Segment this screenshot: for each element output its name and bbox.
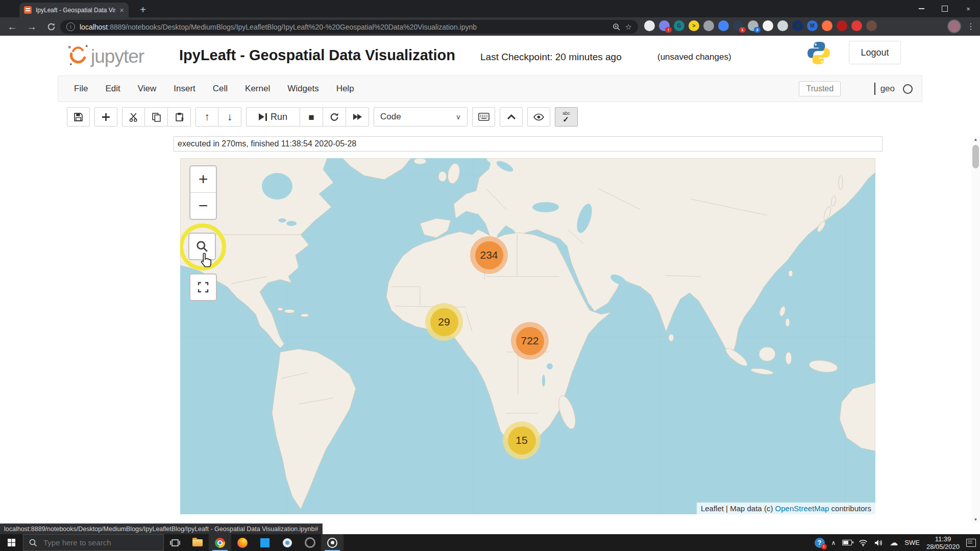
zoom-out-button[interactable]: − <box>190 192 216 219</box>
marker-cluster[interactable]: 234 <box>470 236 508 274</box>
extension-icon[interactable] <box>777 20 788 31</box>
add-cell-button[interactable] <box>94 107 117 127</box>
menu-insert[interactable]: Insert <box>165 80 204 98</box>
browser-menu-button[interactable]: ⋮ <box>967 21 975 31</box>
hide-output-button[interactable] <box>527 107 550 127</box>
new-tab-button[interactable]: + <box>136 3 150 17</box>
paste-cell-button[interactable] <box>168 107 191 127</box>
move-cell-down-button[interactable]: ↓ <box>218 107 241 127</box>
command-palette-button[interactable] <box>472 107 495 127</box>
extension-icon[interactable]: > <box>689 20 699 31</box>
volume-icon[interactable] <box>874 539 883 546</box>
menu-file[interactable]: File <box>65 80 96 98</box>
app-ring-button[interactable] <box>299 534 321 551</box>
menu-help[interactable]: Help <box>328 80 363 98</box>
extension-icon[interactable] <box>866 20 877 31</box>
notebook-toolbar: ↑ ↓ Run ■ Code ∨ <box>67 107 578 127</box>
screen-recorder-button[interactable] <box>321 534 344 551</box>
extension-icon[interactable]: ! <box>659 20 670 31</box>
extension-icon[interactable] <box>851 20 862 31</box>
extension-icon[interactable]: M <box>807 20 818 31</box>
leaflet-map[interactable]: + − 234 29 722 15 Leaflet | Map data ( <box>180 158 875 514</box>
extension-icon[interactable] <box>718 20 729 31</box>
extension-icon[interactable]: G <box>674 20 684 31</box>
firefox-button[interactable] <box>231 534 254 551</box>
marker-cluster[interactable]: 29 <box>425 303 463 341</box>
save-button[interactable] <box>67 107 90 127</box>
zoom-in-button[interactable]: + <box>190 166 216 192</box>
window-maximize-button[interactable] <box>933 0 957 17</box>
extension-icon[interactable]: 3 <box>748 20 758 31</box>
taskbar-search-box[interactable] <box>23 534 164 551</box>
back-button[interactable]: ← <box>5 20 19 33</box>
language-indicator[interactable]: SWE <box>904 539 920 546</box>
spellcheck-toggle-button[interactable]: abc ✓ <box>555 107 578 127</box>
menu-edit[interactable]: Edit <box>96 80 129 98</box>
profile-avatar[interactable] <box>947 19 961 33</box>
move-cell-up-button[interactable]: ↑ <box>195 107 218 127</box>
action-center-icon[interactable] <box>966 539 976 547</box>
copy-cell-button[interactable] <box>145 107 168 127</box>
scrollbar-down-arrow[interactable]: ▼ <box>971 516 980 523</box>
clock-time: 11:39 <box>935 535 951 543</box>
photos-button[interactable] <box>276 534 299 551</box>
scrollbar-up-arrow[interactable]: ▲ <box>971 136 980 143</box>
help-tray-icon[interactable]: ?! <box>815 538 825 548</box>
openstreetmap-link[interactable]: OpenStreetMap <box>775 504 829 513</box>
onedrive-icon[interactable]: ☁ <box>890 538 898 547</box>
cell-type-dropdown[interactable]: Code ∨ <box>374 107 468 127</box>
page-scrollbar[interactable]: ▲ ▼ <box>971 136 980 523</box>
chrome-button[interactable] <box>209 534 231 551</box>
bookmark-star-button[interactable]: ☆ <box>625 22 632 32</box>
site-info-icon[interactable]: i <box>66 22 75 31</box>
run-button[interactable]: Run <box>246 107 300 127</box>
jupyter-logo-text: jupyter <box>91 47 144 66</box>
hidden-icons-caret[interactable]: ∧ <box>831 539 836 546</box>
extension-icon[interactable] <box>822 20 832 31</box>
window-minimize-button[interactable] <box>910 0 933 17</box>
jupyter-logo[interactable]: jupyter <box>66 43 144 66</box>
menu-cell[interactable]: Cell <box>204 80 236 98</box>
browser-tab[interactable]: IpyLeaft - Geospatial Data Visuali × <box>19 3 129 17</box>
wifi-icon[interactable] <box>859 539 868 546</box>
extension-icon[interactable] <box>703 20 714 31</box>
interrupt-kernel-button[interactable]: ■ <box>300 107 323 127</box>
window-close-button[interactable]: × <box>957 0 980 17</box>
trusted-badge[interactable]: Trusted <box>799 81 841 96</box>
extension-icon[interactable] <box>837 20 847 31</box>
marker-cluster[interactable]: 15 <box>503 421 541 459</box>
file-explorer-button[interactable] <box>186 534 209 551</box>
scroll-up-output-button[interactable] <box>500 107 523 127</box>
task-view-button[interactable] <box>164 534 186 551</box>
taskbar-clock[interactable]: 11:39 28/05/2020 <box>926 535 960 550</box>
reload-button[interactable] <box>44 20 58 33</box>
scrollbar-thumb[interactable] <box>972 145 979 168</box>
extension-icon[interactable] <box>763 20 773 31</box>
start-button[interactable] <box>0 534 23 551</box>
cluster-count: 29 <box>430 308 458 336</box>
restart-run-all-button[interactable] <box>346 107 369 127</box>
map-fullscreen-button[interactable] <box>189 273 217 301</box>
extension-icon[interactable] <box>644 20 655 31</box>
address-bar[interactable]: i localhost:8889/notebooks/Desktop/Mediu… <box>60 20 638 34</box>
tab-close-icon[interactable]: × <box>119 6 124 14</box>
attribution-suffix: contributors <box>829 504 871 513</box>
restart-kernel-button[interactable] <box>323 107 346 127</box>
url-path: :8889/notebooks/Desktop/MediumBlogs/IpyL… <box>108 23 477 31</box>
logout-button[interactable]: Logout <box>849 41 901 64</box>
vscode-button[interactable] <box>254 534 276 551</box>
battery-icon[interactable] <box>842 540 852 545</box>
cluster-count: 722 <box>516 327 544 355</box>
cut-cell-button[interactable] <box>122 107 145 127</box>
zoom-page-button[interactable] <box>612 23 621 31</box>
forward-button[interactable]: → <box>24 20 39 33</box>
taskbar-search-input[interactable] <box>42 538 157 547</box>
extension-icon[interactable]: 1 <box>733 20 744 31</box>
attribution-prefix: Leaflet | Map data (c) <box>701 504 775 513</box>
menu-widgets[interactable]: Widgets <box>279 80 327 98</box>
menu-kernel[interactable]: Kernel <box>236 80 279 98</box>
marker-cluster[interactable]: 722 <box>511 322 549 360</box>
menu-view[interactable]: View <box>129 80 165 98</box>
extension-icon[interactable]: N <box>792 20 803 31</box>
notebook-title[interactable]: IpyLeaft - Geospatial Data Visualization <box>179 47 455 64</box>
